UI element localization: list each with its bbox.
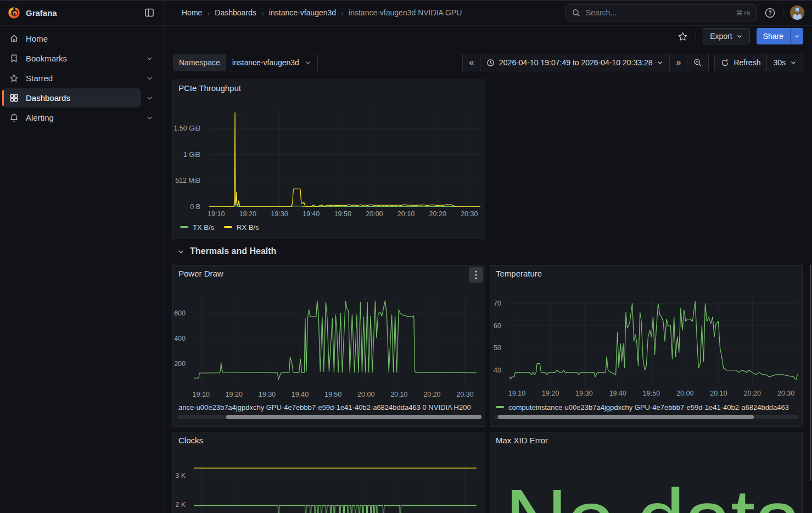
refresh-button[interactable]: Refresh (715, 54, 766, 71)
panel-title[interactable]: Max XID Error (496, 436, 548, 445)
chart-plot[interactable] (509, 300, 798, 385)
y-tick-label: 3 K (175, 472, 186, 480)
breadcrumb-item: instance-vfaugen3d NVIDIA GPU (349, 8, 462, 17)
time-shift-forward-button[interactable]: » (669, 54, 687, 71)
legend-series-dash-icon (224, 226, 232, 228)
time-range-button[interactable]: 2026-04-10 19:07:49 to 2026-04-10 20:33:… (480, 54, 669, 71)
panel-menu-kebab-icon[interactable] (469, 267, 483, 283)
legend-item[interactable]: ance-u00e23b7a4jgpdxchy GPU-4e7ebbb7-e59… (178, 403, 471, 411)
page-scrollbar[interactable] (810, 264, 811, 481)
chart-canvas[interactable] (509, 300, 798, 385)
panel-title[interactable]: Power Draw (178, 269, 223, 278)
chart-plot[interactable] (194, 297, 477, 387)
time-shift-back-button[interactable]: « (463, 54, 480, 71)
x-axis: 19:1019:2019:3019:4019:5020:0020:1020:20… (509, 388, 798, 397)
brand-title: Grafana (26, 8, 57, 18)
sidebar-item-main[interactable]: Alerting (2, 108, 141, 127)
y-tick-label: 1 GiB (183, 151, 200, 159)
legend-scrollbar[interactable] (495, 415, 798, 419)
favorite-star-icon[interactable] (676, 30, 689, 43)
dock-menu-icon[interactable] (142, 5, 156, 20)
chart-plot[interactable] (209, 108, 480, 207)
scrollbar-thumb[interactable] (498, 415, 754, 419)
x-tick-label: 20:20 (744, 390, 761, 397)
breadcrumb-separator: › (341, 8, 344, 18)
back-arrow-icon: « (469, 58, 474, 67)
grafana-logo-icon[interactable] (8, 7, 20, 19)
x-tick-label: 19:40 (609, 390, 626, 397)
y-tick-label: 50 (494, 344, 501, 352)
legend-label: TX B/s (193, 223, 214, 232)
active-accent-bar (2, 90, 4, 106)
home-icon (9, 34, 19, 43)
sidebar-item-alerting[interactable]: Alerting (2, 108, 158, 127)
y-tick-label: 400 (174, 335, 186, 342)
zoom-out-button[interactable] (687, 54, 708, 71)
dashboard-main: Export Share Namespace instance-vfaugen3… (164, 26, 812, 513)
toolbar-divider (696, 31, 696, 42)
breadcrumb: Home›Dashboards›instance-vfaugen3d›insta… (182, 8, 462, 18)
series-line-0 (194, 301, 476, 380)
legend-item[interactable]: TX B/s (180, 223, 214, 232)
y-tick-label: 200 (174, 360, 186, 368)
breadcrumb-separator: › (261, 8, 264, 18)
x-tick-label: 19:50 (643, 390, 660, 397)
panel-title[interactable]: Temperature (496, 269, 542, 278)
refresh-interval-select[interactable]: 30s (766, 54, 803, 71)
sidebar-item-main[interactable]: Starred (2, 69, 141, 88)
sidebar-item-home[interactable]: Home (2, 29, 158, 48)
sidebar-item-label: Starred (26, 74, 53, 83)
x-tick-label: 19:30 (259, 391, 276, 398)
expand-chevron-icon[interactable] (141, 94, 158, 102)
scrollbar-thumb[interactable] (226, 415, 481, 419)
share-button[interactable]: Share (757, 28, 790, 44)
zoom-out-icon (693, 58, 702, 67)
search-text-field[interactable] (585, 8, 731, 18)
sidebar-item-label: Home (26, 34, 48, 43)
chart-canvas[interactable] (194, 297, 477, 387)
expand-chevron-icon[interactable] (141, 55, 158, 62)
x-tick-label: 19:10 (508, 390, 525, 397)
sidebar-item-label: Alerting (26, 113, 54, 122)
x-tick-label: 19:50 (334, 210, 351, 218)
x-tick-label: 20:20 (423, 391, 440, 398)
search-shortcut: ⌘+k (736, 9, 751, 17)
x-tick-label: 19:10 (193, 391, 210, 398)
sidebar-item-main[interactable]: Dashboards (2, 88, 141, 108)
legend-item[interactable]: computeinstance-u00e23b7a4jgpdxchy GPU-4… (496, 403, 789, 411)
panel-title[interactable]: Clocks (178, 436, 203, 445)
sidebar-item-starred[interactable]: Starred (2, 69, 158, 88)
share-split-button: Share (757, 28, 803, 44)
breadcrumb-item[interactable]: instance-vfaugen3d (269, 8, 336, 17)
legend-scrollbar[interactable] (177, 415, 481, 419)
user-avatar[interactable] (790, 5, 804, 20)
sidebar-item-dashboards[interactable]: Dashboards (2, 88, 158, 108)
time-controls: « 2026-04-10 19:07:49 to 2026-04-10 20:3… (462, 54, 803, 71)
export-button[interactable]: Export (703, 28, 749, 44)
search-icon (572, 9, 580, 17)
panel-title[interactable]: PCIe Throughput (178, 83, 241, 93)
namespace-select[interactable]: instance-vfaugen3d (226, 54, 318, 71)
chart-canvas[interactable] (209, 108, 480, 207)
share-menu-chevron-icon[interactable] (790, 28, 803, 44)
search-input[interactable]: ⌘+k (565, 4, 757, 21)
chevron-down-icon (177, 248, 184, 255)
x-tick-label: 20:30 (456, 391, 473, 398)
sidebar-item-main[interactable]: Home (2, 29, 158, 48)
chart-plot[interactable] (194, 464, 477, 513)
legend-item[interactable]: RX B/s (224, 223, 259, 232)
expand-chevron-icon[interactable] (141, 114, 158, 121)
legend-label: computeinstance-u00e23b7a4jgpdxchy GPU-4… (508, 403, 789, 411)
breadcrumb-item[interactable]: Dashboards (215, 8, 256, 17)
sidebar-item-label: Bookmarks (26, 54, 67, 63)
breadcrumb-item[interactable]: Home (182, 8, 202, 17)
row-thermals-and-health[interactable]: Thermals and Health (177, 246, 276, 256)
help-icon[interactable]: ? (764, 7, 776, 19)
expand-chevron-icon[interactable] (141, 75, 158, 82)
sidebar-item-main[interactable]: Bookmarks (2, 49, 141, 68)
chevron-down-icon (657, 59, 663, 66)
chart-canvas[interactable] (194, 464, 477, 513)
chart-area: 0 B512 MiB1 GiB1.50 GiB 19:1019:2019:301… (173, 80, 485, 239)
series-line-1 (209, 112, 480, 207)
sidebar-item-bookmarks[interactable]: Bookmarks (2, 49, 158, 68)
